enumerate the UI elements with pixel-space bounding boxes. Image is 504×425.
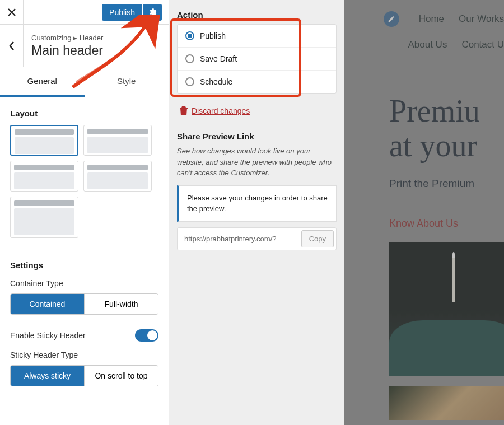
radio-label: Schedule xyxy=(200,77,232,86)
nav-contact[interactable]: Contact U xyxy=(461,39,504,50)
container-contained[interactable]: Contained xyxy=(11,294,84,314)
edit-badge[interactable] xyxy=(384,11,399,27)
customizer-panel: Publish Customizing ▸ Header Main header… xyxy=(0,0,169,425)
action-radio-list: Publish Save Draft Schedule xyxy=(177,24,337,94)
share-url-input[interactable] xyxy=(180,230,301,247)
know-about-link[interactable]: Know About Us xyxy=(389,218,504,230)
container-type-group: Contained Full-width xyxy=(10,293,158,315)
radio-icon xyxy=(185,54,194,63)
copy-button[interactable]: Copy xyxy=(301,230,334,247)
layout-option-4[interactable] xyxy=(83,161,152,192)
sticky-type-label: Sticky Header Type xyxy=(10,351,158,359)
publish-settings-button[interactable] xyxy=(143,4,162,21)
site-preview: Home Our Works About Us Contact U Premiu… xyxy=(344,0,504,425)
nav-works[interactable]: Our Works xyxy=(459,13,504,25)
share-heading: Share Preview Link xyxy=(177,132,337,141)
nav-about[interactable]: About Us xyxy=(408,39,447,50)
preview-image-2 xyxy=(389,386,504,420)
radio-save-draft[interactable]: Save Draft xyxy=(178,48,336,71)
action-heading: Action xyxy=(177,10,337,20)
tabs: General Style xyxy=(0,67,169,97)
layout-option-5[interactable] xyxy=(10,197,78,238)
chevron-left-icon xyxy=(8,41,15,51)
back-button[interactable] xyxy=(0,25,24,67)
pencil-icon xyxy=(388,15,395,23)
radio-label: Publish xyxy=(200,31,226,40)
publish-button[interactable]: Publish xyxy=(102,4,142,21)
radio-icon xyxy=(185,77,194,86)
sticky-always[interactable]: Always sticky xyxy=(11,366,84,386)
layout-options xyxy=(10,125,158,238)
top-bar: Publish xyxy=(0,0,169,25)
nav-home[interactable]: Home xyxy=(419,13,444,25)
enable-sticky-label: Enable Sticky Header xyxy=(10,331,86,340)
settings-heading: Settings xyxy=(10,260,158,270)
tab-style[interactable]: Style xyxy=(85,67,169,97)
trash-icon xyxy=(179,106,188,116)
close-icon xyxy=(8,8,16,16)
radio-schedule[interactable]: Schedule xyxy=(178,71,336,93)
panel-body: Layout Settings Container Type Contained… xyxy=(0,97,169,398)
close-button[interactable] xyxy=(0,0,24,25)
share-description: See how changes would look live on your … xyxy=(177,146,337,179)
save-notice: Please save your changes in order to sha… xyxy=(177,185,337,222)
page-title: Main header xyxy=(31,43,103,58)
discard-label: Discard changes xyxy=(192,106,250,115)
layout-option-2[interactable] xyxy=(83,125,152,156)
sticky-on-scroll[interactable]: On scroll to top xyxy=(84,366,158,386)
preview-image-1 xyxy=(389,242,504,376)
radio-publish[interactable]: Publish xyxy=(178,25,336,48)
breadcrumb: Customizing ▸ Header xyxy=(31,34,103,42)
sticky-type-group: Always sticky On scroll to top xyxy=(10,365,158,386)
container-type-label: Container Type xyxy=(10,279,158,288)
publish-popover: Action Publish Save Draft Schedule Disca… xyxy=(169,0,344,425)
layout-option-1[interactable] xyxy=(10,125,78,156)
hero-subline: Print the Premium xyxy=(389,178,504,190)
layout-option-3[interactable] xyxy=(10,161,78,192)
gear-icon xyxy=(148,8,157,17)
hero-text: Premiu at your xyxy=(389,94,504,163)
radio-label: Save Draft xyxy=(200,54,237,63)
enable-sticky-toggle[interactable] xyxy=(135,329,158,342)
layout-heading: Layout xyxy=(10,109,158,118)
container-full-width[interactable]: Full-width xyxy=(84,294,158,314)
radio-icon xyxy=(185,31,194,40)
discard-changes-link[interactable]: Discard changes xyxy=(179,106,337,116)
tab-general[interactable]: General xyxy=(0,67,85,97)
section-header: Customizing ▸ Header Main header xyxy=(0,25,169,67)
share-url-row: Copy xyxy=(177,227,337,250)
